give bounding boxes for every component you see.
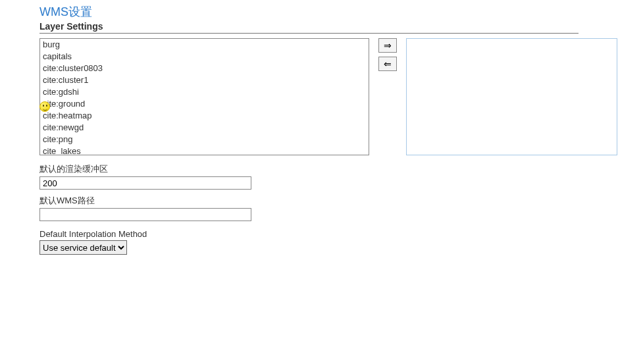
smiley-icon: [39, 101, 50, 112]
wms-path-input[interactable]: [39, 208, 251, 221]
move-left-button[interactable]: ⇐: [378, 57, 397, 71]
list-item[interactable]: capitals: [40, 51, 369, 63]
list-item[interactable]: cite:ground: [40, 98, 369, 110]
list-item[interactable]: cite:png: [40, 134, 369, 145]
render-buffer-input[interactable]: [39, 176, 251, 190]
list-item[interactable]: cite:heatmap: [40, 110, 369, 122]
subsection-title: Layer Settings: [39, 21, 579, 34]
selected-styles-list[interactable]: [406, 38, 617, 155]
list-item[interactable]: burg: [40, 39, 369, 51]
annotation-circle: [13, 260, 276, 268]
list-item[interactable]: cite:cluster0803: [40, 63, 369, 74]
list-item[interactable]: cite_lakes: [40, 145, 369, 155]
available-styles-list[interactable]: burgcapitalscite:cluster0803cite:cluster…: [39, 38, 369, 155]
list-item[interactable]: cite:gdshi: [40, 86, 369, 98]
render-buffer-label: 默认的渲染缓冲区: [39, 163, 579, 175]
interp-label: Default Interpolation Method: [39, 229, 579, 239]
wms-path-label: 默认WMS路径: [39, 195, 579, 207]
list-item[interactable]: cite:cluster1: [40, 74, 369, 86]
list-item[interactable]: cite:newgd: [40, 122, 369, 134]
page-title: WMS设置: [39, 4, 579, 20]
move-right-button[interactable]: ⇒: [378, 38, 397, 53]
interp-select[interactable]: Use service default: [39, 240, 127, 255]
